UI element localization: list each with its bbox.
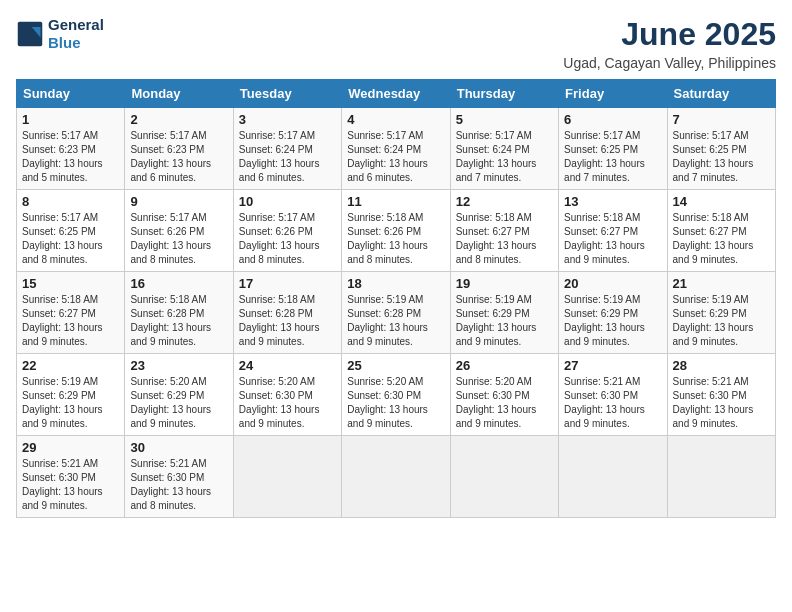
day-cell: 14 Sunrise: 5:18 AMSunset: 6:27 PMDaylig… bbox=[667, 190, 775, 272]
day-cell: 2 Sunrise: 5:17 AMSunset: 6:23 PMDayligh… bbox=[125, 108, 233, 190]
day-number: 16 bbox=[130, 276, 227, 291]
col-header-monday: Monday bbox=[125, 80, 233, 108]
day-number: 15 bbox=[22, 276, 119, 291]
day-number: 30 bbox=[130, 440, 227, 455]
week-row-2: 8 Sunrise: 5:17 AMSunset: 6:25 PMDayligh… bbox=[17, 190, 776, 272]
week-row-3: 15 Sunrise: 5:18 AMSunset: 6:27 PMDaylig… bbox=[17, 272, 776, 354]
day-info: Sunrise: 5:18 AMSunset: 6:28 PMDaylight:… bbox=[239, 293, 336, 349]
day-info: Sunrise: 5:19 AMSunset: 6:29 PMDaylight:… bbox=[22, 375, 119, 431]
day-cell: 26 Sunrise: 5:20 AMSunset: 6:30 PMDaylig… bbox=[450, 354, 558, 436]
day-number: 25 bbox=[347, 358, 444, 373]
day-cell: 28 Sunrise: 5:21 AMSunset: 6:30 PMDaylig… bbox=[667, 354, 775, 436]
col-header-thursday: Thursday bbox=[450, 80, 558, 108]
day-number: 2 bbox=[130, 112, 227, 127]
day-cell: 24 Sunrise: 5:20 AMSunset: 6:30 PMDaylig… bbox=[233, 354, 341, 436]
day-cell: 22 Sunrise: 5:19 AMSunset: 6:29 PMDaylig… bbox=[17, 354, 125, 436]
day-cell bbox=[559, 436, 667, 518]
day-number: 7 bbox=[673, 112, 770, 127]
day-cell: 11 Sunrise: 5:18 AMSunset: 6:26 PMDaylig… bbox=[342, 190, 450, 272]
day-number: 20 bbox=[564, 276, 661, 291]
day-number: 1 bbox=[22, 112, 119, 127]
day-cell: 25 Sunrise: 5:20 AMSunset: 6:30 PMDaylig… bbox=[342, 354, 450, 436]
week-row-5: 29 Sunrise: 5:21 AMSunset: 6:30 PMDaylig… bbox=[17, 436, 776, 518]
week-row-4: 22 Sunrise: 5:19 AMSunset: 6:29 PMDaylig… bbox=[17, 354, 776, 436]
week-row-1: 1 Sunrise: 5:17 AMSunset: 6:23 PMDayligh… bbox=[17, 108, 776, 190]
title-area: June 2025 Ugad, Cagayan Valley, Philippi… bbox=[563, 16, 776, 71]
calendar-table: SundayMondayTuesdayWednesdayThursdayFrid… bbox=[16, 79, 776, 518]
day-info: Sunrise: 5:17 AMSunset: 6:25 PMDaylight:… bbox=[564, 129, 661, 185]
day-cell: 13 Sunrise: 5:18 AMSunset: 6:27 PMDaylig… bbox=[559, 190, 667, 272]
day-cell bbox=[667, 436, 775, 518]
day-number: 28 bbox=[673, 358, 770, 373]
day-number: 6 bbox=[564, 112, 661, 127]
day-number: 19 bbox=[456, 276, 553, 291]
day-number: 23 bbox=[130, 358, 227, 373]
day-number: 14 bbox=[673, 194, 770, 209]
day-info: Sunrise: 5:18 AMSunset: 6:27 PMDaylight:… bbox=[564, 211, 661, 267]
day-cell: 23 Sunrise: 5:20 AMSunset: 6:29 PMDaylig… bbox=[125, 354, 233, 436]
day-cell bbox=[450, 436, 558, 518]
day-number: 26 bbox=[456, 358, 553, 373]
day-number: 10 bbox=[239, 194, 336, 209]
day-info: Sunrise: 5:17 AMSunset: 6:24 PMDaylight:… bbox=[239, 129, 336, 185]
day-cell: 18 Sunrise: 5:19 AMSunset: 6:28 PMDaylig… bbox=[342, 272, 450, 354]
day-cell: 9 Sunrise: 5:17 AMSunset: 6:26 PMDayligh… bbox=[125, 190, 233, 272]
day-cell: 1 Sunrise: 5:17 AMSunset: 6:23 PMDayligh… bbox=[17, 108, 125, 190]
day-info: Sunrise: 5:17 AMSunset: 6:25 PMDaylight:… bbox=[22, 211, 119, 267]
logo: General Blue bbox=[16, 16, 104, 52]
day-cell: 30 Sunrise: 5:21 AMSunset: 6:30 PMDaylig… bbox=[125, 436, 233, 518]
col-header-saturday: Saturday bbox=[667, 80, 775, 108]
day-number: 13 bbox=[564, 194, 661, 209]
day-cell: 20 Sunrise: 5:19 AMSunset: 6:29 PMDaylig… bbox=[559, 272, 667, 354]
day-info: Sunrise: 5:21 AMSunset: 6:30 PMDaylight:… bbox=[673, 375, 770, 431]
header-row: SundayMondayTuesdayWednesdayThursdayFrid… bbox=[17, 80, 776, 108]
day-cell: 5 Sunrise: 5:17 AMSunset: 6:24 PMDayligh… bbox=[450, 108, 558, 190]
day-info: Sunrise: 5:19 AMSunset: 6:29 PMDaylight:… bbox=[673, 293, 770, 349]
day-info: Sunrise: 5:19 AMSunset: 6:29 PMDaylight:… bbox=[456, 293, 553, 349]
day-cell: 15 Sunrise: 5:18 AMSunset: 6:27 PMDaylig… bbox=[17, 272, 125, 354]
day-info: Sunrise: 5:17 AMSunset: 6:24 PMDaylight:… bbox=[456, 129, 553, 185]
day-number: 22 bbox=[22, 358, 119, 373]
day-cell: 4 Sunrise: 5:17 AMSunset: 6:24 PMDayligh… bbox=[342, 108, 450, 190]
day-cell: 12 Sunrise: 5:18 AMSunset: 6:27 PMDaylig… bbox=[450, 190, 558, 272]
day-cell: 3 Sunrise: 5:17 AMSunset: 6:24 PMDayligh… bbox=[233, 108, 341, 190]
day-info: Sunrise: 5:17 AMSunset: 6:26 PMDaylight:… bbox=[130, 211, 227, 267]
day-info: Sunrise: 5:20 AMSunset: 6:30 PMDaylight:… bbox=[347, 375, 444, 431]
day-info: Sunrise: 5:21 AMSunset: 6:30 PMDaylight:… bbox=[130, 457, 227, 513]
day-cell: 16 Sunrise: 5:18 AMSunset: 6:28 PMDaylig… bbox=[125, 272, 233, 354]
day-number: 21 bbox=[673, 276, 770, 291]
day-number: 18 bbox=[347, 276, 444, 291]
day-number: 11 bbox=[347, 194, 444, 209]
day-number: 3 bbox=[239, 112, 336, 127]
day-info: Sunrise: 5:20 AMSunset: 6:30 PMDaylight:… bbox=[239, 375, 336, 431]
col-header-friday: Friday bbox=[559, 80, 667, 108]
day-info: Sunrise: 5:19 AMSunset: 6:29 PMDaylight:… bbox=[564, 293, 661, 349]
logo-text: General Blue bbox=[48, 16, 104, 52]
page-header: General Blue June 2025 Ugad, Cagayan Val… bbox=[16, 16, 776, 71]
col-header-sunday: Sunday bbox=[17, 80, 125, 108]
day-cell: 10 Sunrise: 5:17 AMSunset: 6:26 PMDaylig… bbox=[233, 190, 341, 272]
day-info: Sunrise: 5:17 AMSunset: 6:25 PMDaylight:… bbox=[673, 129, 770, 185]
day-info: Sunrise: 5:17 AMSunset: 6:26 PMDaylight:… bbox=[239, 211, 336, 267]
day-number: 5 bbox=[456, 112, 553, 127]
day-number: 17 bbox=[239, 276, 336, 291]
day-cell: 17 Sunrise: 5:18 AMSunset: 6:28 PMDaylig… bbox=[233, 272, 341, 354]
day-info: Sunrise: 5:18 AMSunset: 6:27 PMDaylight:… bbox=[673, 211, 770, 267]
day-cell: 27 Sunrise: 5:21 AMSunset: 6:30 PMDaylig… bbox=[559, 354, 667, 436]
day-cell: 7 Sunrise: 5:17 AMSunset: 6:25 PMDayligh… bbox=[667, 108, 775, 190]
day-cell bbox=[342, 436, 450, 518]
location-subtitle: Ugad, Cagayan Valley, Philippines bbox=[563, 55, 776, 71]
day-number: 27 bbox=[564, 358, 661, 373]
col-header-wednesday: Wednesday bbox=[342, 80, 450, 108]
day-info: Sunrise: 5:18 AMSunset: 6:27 PMDaylight:… bbox=[22, 293, 119, 349]
day-info: Sunrise: 5:17 AMSunset: 6:24 PMDaylight:… bbox=[347, 129, 444, 185]
logo-icon bbox=[16, 20, 44, 48]
day-number: 9 bbox=[130, 194, 227, 209]
day-info: Sunrise: 5:20 AMSunset: 6:30 PMDaylight:… bbox=[456, 375, 553, 431]
day-info: Sunrise: 5:17 AMSunset: 6:23 PMDaylight:… bbox=[22, 129, 119, 185]
day-number: 29 bbox=[22, 440, 119, 455]
day-info: Sunrise: 5:18 AMSunset: 6:27 PMDaylight:… bbox=[456, 211, 553, 267]
day-info: Sunrise: 5:18 AMSunset: 6:28 PMDaylight:… bbox=[130, 293, 227, 349]
day-info: Sunrise: 5:21 AMSunset: 6:30 PMDaylight:… bbox=[564, 375, 661, 431]
day-info: Sunrise: 5:18 AMSunset: 6:26 PMDaylight:… bbox=[347, 211, 444, 267]
